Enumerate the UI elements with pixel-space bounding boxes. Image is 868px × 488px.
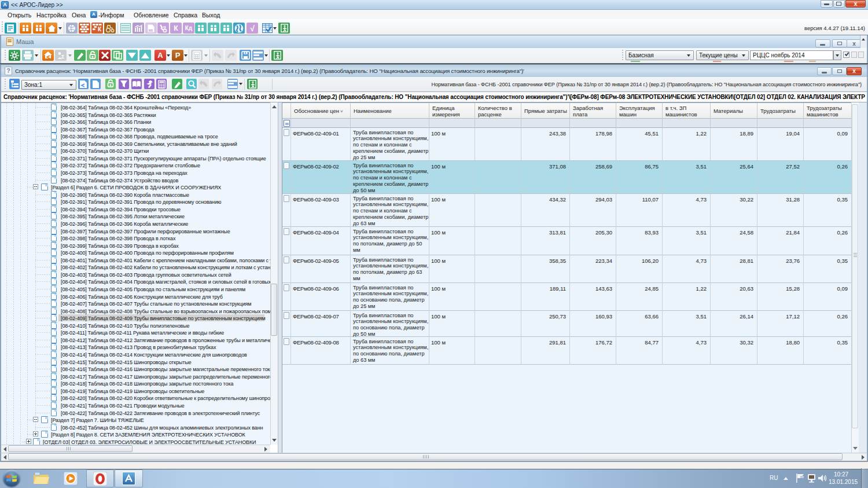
svg-text:К: К (98, 26, 102, 32)
svg-text:Σ: Σ (61, 54, 65, 60)
svg-text:o: o (163, 24, 166, 30)
